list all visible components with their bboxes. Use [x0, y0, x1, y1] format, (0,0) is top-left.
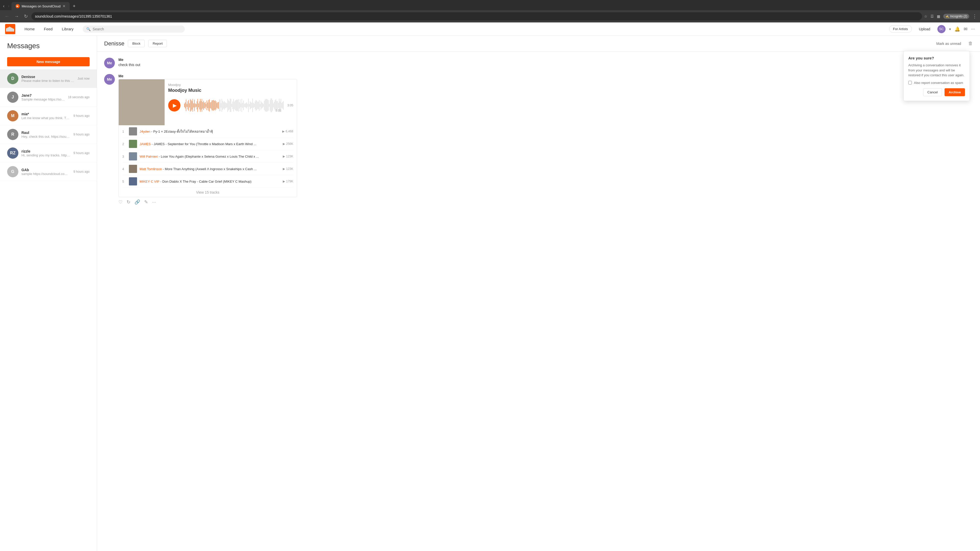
main-content: Messages New message D Denisse Please ma… — [0, 36, 980, 551]
edit-button[interactable]: ✎ — [144, 199, 148, 205]
track-list-item-5: 5 MIKEY C VIP - Don Diablo X The Fray - … — [122, 175, 293, 188]
mark-unread-button[interactable]: Mark as unread — [933, 40, 965, 47]
conversation-item-denisse[interactable]: D Denisse Please make time to listen to … — [0, 69, 97, 88]
message-text: check this out — [118, 63, 973, 67]
track-embed-player: ▶ 3:05 — [168, 93, 293, 118]
tab-title: Messages on SoundCloud — [22, 4, 61, 8]
bookmark-icon[interactable]: ☆ — [924, 14, 928, 18]
conv-preview: Hi, sending you my tracks. https://sound… — [21, 153, 70, 157]
track-list: 1 J4yden - Py-1 × 2Ectasy-ตั้งใจไม่ได้หล… — [119, 125, 297, 197]
repost-button[interactable]: ↻ — [127, 199, 130, 205]
incognito-badge: 🕵 Incognito (2) — [943, 14, 969, 19]
track-info-3: Will Palmieri - Lose You Again (Elephant… — [140, 155, 280, 159]
tab-favicon: ▶ — [16, 4, 20, 8]
browser-tab[interactable]: ▶ Messages on SoundCloud ✕ — [11, 2, 70, 10]
url-input[interactable] — [32, 12, 922, 21]
track-artist-3: Will Palmieri — [140, 155, 158, 159]
svg-rect-6 — [12, 28, 13, 32]
conversation-item-gab[interactable]: G GAb sample https://soundcloud.com/a24b… — [0, 162, 97, 181]
svg-rect-4 — [10, 27, 11, 32]
svg-rect-0 — [6, 28, 7, 32]
track-play-button[interactable]: ▶ — [168, 99, 180, 111]
track-info-1: J4yden - Py-1 × 2Ectasy-ตั้งใจไม่ได้หลอก… — [140, 129, 280, 134]
forward-button[interactable]: → — [13, 13, 21, 20]
track-duration: 3:05 — [287, 103, 293, 107]
soundcloud-header: Home Feed Library 🔍 For Artists Upload S… — [0, 22, 980, 36]
dialog-actions: Cancel Archive — [908, 88, 965, 96]
track-embed: Moodjoy Moodjoy Music ▶ — [118, 79, 297, 197]
conversation-item-mia[interactable]: M mia* Let me know what you think. Thank… — [0, 106, 97, 125]
link-button[interactable]: 🔗 — [135, 199, 140, 205]
conv-info-denisse: Denisse Please make time to listen to th… — [21, 75, 75, 83]
soundcloud-logo[interactable] — [5, 24, 15, 34]
menu-icon[interactable]: ⋮ — [972, 14, 977, 19]
report-spam-checkbox[interactable] — [908, 81, 912, 84]
tab-close-icon[interactable]: ✕ — [62, 4, 65, 8]
track-thumb-2 — [129, 140, 137, 148]
tab-bar: ‹ › ▶ Messages on SoundCloud ✕ + — [0, 0, 980, 10]
report-button[interactable]: Report — [148, 40, 167, 47]
customize-icon[interactable]: ☲ — [931, 14, 934, 18]
track-waveform[interactable] — [184, 97, 284, 114]
conversation-item-rizzle[interactable]: RZ rizzle Hi, sending you my tracks. htt… — [0, 144, 97, 162]
sidebar-toggle-icon[interactable]: ▦ — [937, 14, 940, 18]
dialog-title: Are you sure? — [908, 56, 965, 60]
conv-name: GAb — [21, 168, 70, 172]
track-plays-2: ▶ 256K — [283, 142, 293, 146]
chat-area: Denisse Block Report Mark as unread 🗑 Me… — [97, 36, 980, 551]
tab-nav-forward-icon[interactable]: › — [7, 3, 10, 10]
nav-feed[interactable]: Feed — [40, 25, 57, 33]
report-spam-label: Also report conversation as spam — [914, 81, 963, 85]
tab-nav-back-icon[interactable]: ‹ — [2, 3, 5, 10]
messages-sidebar: Messages New message D Denisse Please ma… — [0, 36, 97, 551]
conversation-item-raul[interactable]: R Raul Hey, check this out. https://soun… — [0, 125, 97, 144]
avatar-denisse: D — [7, 73, 18, 84]
back-button[interactable]: ← — [3, 13, 11, 20]
track-waveform-container — [184, 97, 284, 114]
conv-name: mia* — [21, 112, 70, 116]
block-button[interactable]: Block — [128, 40, 145, 47]
message-1: Me Me check this out — [104, 58, 973, 69]
upload-button[interactable]: Upload — [915, 25, 934, 33]
conversation-list: D Denisse Please make time to listen to … — [0, 69, 97, 551]
conv-preview: Let me know what you think. Thanks! — [21, 116, 70, 120]
track-list-item-1: 1 J4yden - Py-1 × 2Ectasy-ตั้งใจไม่ได้หล… — [122, 125, 293, 138]
new-tab-button[interactable]: + — [71, 3, 78, 10]
track-info-4: Matt Tomlinson - More Than Anything (Axw… — [140, 167, 280, 171]
conv-name: rizzle — [21, 149, 70, 153]
track-list-item-2: 2 JAMES - JAMES - September for You (Thr… — [122, 138, 293, 150]
track-info-5: MIKEY C VIP - Don Diablo X The Fray - Ca… — [140, 179, 280, 183]
more-button[interactable]: ··· — [152, 199, 156, 205]
more-options-icon[interactable]: ··· — [971, 26, 975, 32]
delete-conversation-button[interactable]: 🗑 — [968, 41, 973, 46]
address-bar: ← → ↻ ☆ ☲ ▦ 🕵 Incognito (2) ⋮ — [0, 10, 980, 22]
dialog-archive-button[interactable]: Archive — [945, 88, 965, 96]
new-message-button[interactable]: New message — [7, 57, 89, 66]
conversation-item-jane7[interactable]: J Jane7 Sample message https://soundclou… — [0, 88, 97, 106]
notifications-icon[interactable]: 🔔 — [955, 26, 960, 32]
message-avatar-me: Me — [104, 58, 115, 68]
track-name: Moodjoy Music — [168, 88, 201, 93]
user-avatar[interactable]: SC — [937, 25, 945, 33]
nav-home[interactable]: Home — [21, 25, 39, 33]
chat-messages: Me Me check this out Me Me — [97, 52, 980, 551]
nav-library[interactable]: Library — [58, 25, 78, 33]
view-all-tracks[interactable]: View 15 tracks — [122, 188, 293, 197]
dialog-cancel-button[interactable]: Cancel — [923, 88, 942, 96]
conv-info-jane7: Jane7 Sample message https://soundcloud.… — [21, 94, 65, 101]
reload-button[interactable]: ↻ — [22, 13, 29, 20]
incognito-icon: 🕵 — [945, 14, 949, 18]
messages-icon[interactable]: ✉ — [964, 26, 967, 32]
message-avatar-me-2: Me — [104, 74, 115, 85]
conv-time: 9 hours ago — [73, 133, 89, 136]
for-artists-button[interactable]: For Artists — [889, 25, 912, 33]
conv-info-raul: Raul Hey, check this out. https://soundc… — [21, 130, 70, 138]
track-right: Moodjoy Moodjoy Music ▶ — [165, 79, 297, 125]
track-num: 4 — [122, 167, 126, 171]
like-button[interactable]: ♡ — [118, 199, 123, 205]
address-bar-right: ☆ ☲ ▦ 🕵 Incognito (2) ⋮ — [924, 14, 977, 19]
conv-time: 18 seconds ago — [68, 95, 89, 99]
search-bar: 🔍 — [83, 25, 185, 33]
search-input[interactable] — [93, 27, 181, 31]
avatar-dropdown-icon[interactable]: ▾ — [949, 27, 951, 31]
